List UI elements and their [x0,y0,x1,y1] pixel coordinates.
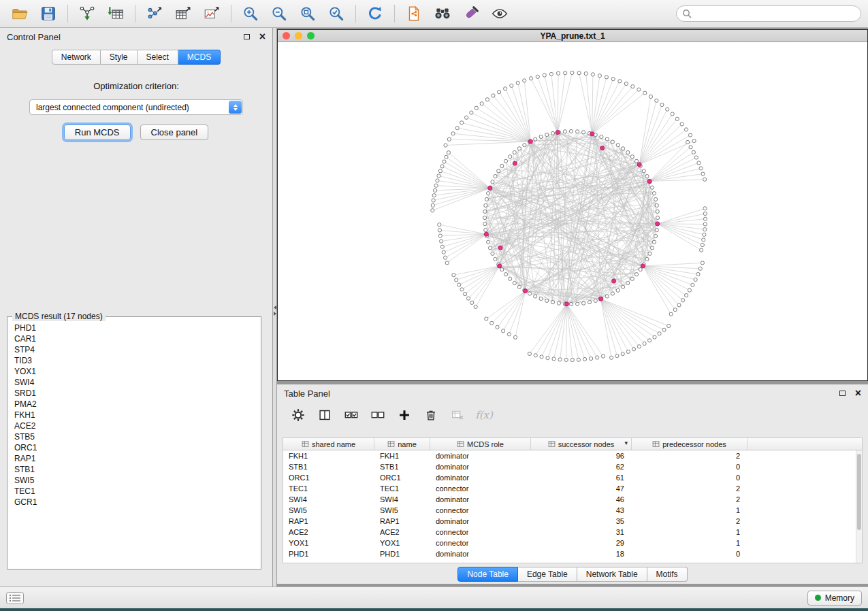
vertical-splitter[interactable] [272,28,277,587]
mcds-result-item[interactable]: ACE2 [9,420,259,431]
import-table-button[interactable] [103,3,129,25]
cell-name: YOX1 [374,538,430,548]
export-table-button[interactable] [170,3,196,25]
zoom-selected-button[interactable] [323,3,349,25]
table-options-button[interactable] [288,406,308,425]
table-row[interactable]: TEC1TEC1connector472 [283,483,862,494]
mcds-result-item[interactable]: PHD1 [9,323,259,333]
criterion-select[interactable]: largest connected component (undirected) [29,99,243,115]
refresh-button[interactable] [362,3,388,25]
show-hide-button[interactable] [487,3,513,25]
tab-motifs[interactable]: Motifs [647,567,688,582]
import-network-button[interactable] [74,3,100,25]
table-row[interactable]: PHD1PHD1dominator180 [283,548,862,559]
save-session-button[interactable] [35,3,61,25]
cell-predecessor-nodes: 0 [632,472,748,483]
mcds-result-item[interactable]: STB5 [9,431,259,442]
cell-name: SWI4 [374,494,430,505]
zoom-out-button[interactable] [266,3,292,25]
toolbar-separator [394,5,395,22]
show-columns-button[interactable] [315,406,335,425]
mcds-result-item[interactable]: PMA2 [9,399,259,410]
float-panel-icon[interactable] [244,34,250,39]
column-header-mcds-role[interactable]: MCDS role [430,438,531,450]
table-row[interactable]: STB1STB1dominator620 [283,461,862,472]
status-menu-button[interactable] [6,592,24,604]
memory-button[interactable]: Memory [807,591,862,606]
select-all-rows-button[interactable] [341,406,361,425]
close-panel-button[interactable]: Close panel [140,125,209,140]
export-document-button[interactable] [401,3,427,25]
column-header-predecessor-nodes[interactable]: predecessor nodes [632,438,748,450]
tab-network[interactable]: Network [52,50,101,65]
mcds-result-item[interactable]: STP4 [9,344,259,355]
mcds-result-item[interactable]: SWI5 [9,475,259,486]
column-header-name[interactable]: name [374,438,430,450]
cell-predecessor-nodes: 0 [632,461,748,472]
cell-shared-name: ACE2 [283,527,374,538]
new-column-button[interactable] [394,406,415,425]
mcds-result-item[interactable]: SRD1 [9,388,259,399]
open-session-button[interactable] [7,3,33,25]
run-mcds-button[interactable]: Run MCDS [64,125,131,140]
mcds-result-list: PHD1CAR1STP4TID3YOX1SWI4SRD1PMA2FKH1ACE2… [9,323,259,567]
zoom-in-button[interactable] [238,3,263,25]
mcds-result-item[interactable]: FKH1 [9,410,259,420]
cell-mcds-role: dominator [430,516,531,527]
table-scrollbar-thumb[interactable] [857,454,861,530]
tab-select[interactable]: Select [138,50,178,65]
export-image-button[interactable] [199,3,225,25]
tab-node-table[interactable]: Node Table [457,567,518,582]
search-input[interactable] [676,5,861,22]
toolbar-group [238,3,349,25]
mcds-result-item[interactable]: CAR1 [9,333,259,344]
tab-mcds[interactable]: MCDS [178,50,221,65]
zoom-fit-button[interactable] [295,3,321,25]
table-row[interactable]: SWI4SWI4dominator462 [283,494,862,505]
table-row[interactable]: ACE2ACE2connector311 [283,527,862,538]
table-row[interactable]: RAP1RAP1dominator352 [283,516,862,527]
export-network-button[interactable] [142,3,167,25]
function-builder-button[interactable]: f(x) [474,406,494,425]
cell-mcds-role: connector [430,538,531,548]
float-table-panel-icon[interactable] [839,391,846,396]
table-panel-title: Table Panel [284,389,330,399]
zoom-selected-icon [327,5,345,22]
table-row[interactable]: YOX1YOX1connector291 [283,538,862,548]
tab-edge-table[interactable]: Edge Table [518,567,577,582]
cell-mcds-role: dominator [430,450,531,461]
mcds-result-item[interactable]: TID3 [9,355,259,366]
tab-style[interactable]: Style [101,50,138,65]
mcds-result-item[interactable]: SWI4 [9,377,259,388]
deselect-all-rows-button[interactable] [368,406,388,425]
main-toolbar [0,0,868,28]
cell-successor-nodes: 43 [531,505,632,516]
first-neighbors-button[interactable] [430,3,455,25]
tab-network-table[interactable]: Network Table [577,567,647,582]
cell-mcds-role: dominator [430,472,531,483]
apply-style-button[interactable] [458,3,484,25]
table-row[interactable]: ORC1ORC1dominator610 [283,472,862,483]
mcds-result-item[interactable]: YOX1 [9,366,259,377]
column-header-successor-nodes[interactable]: successor nodes▾ [531,438,632,450]
column-type-icon [548,440,556,448]
delete-table-button[interactable] [447,406,468,425]
mcds-result-item[interactable]: GCR1 [9,497,259,508]
column-header-shared-name[interactable]: shared name [283,438,374,450]
network-graph[interactable] [278,43,867,380]
network-nodes[interactable] [431,71,707,361]
splitter-collapse-icons[interactable] [273,306,276,316]
close-table-panel-icon[interactable]: × [855,389,861,397]
mcds-result-item[interactable]: STB1 [9,464,259,475]
mcds-result-item[interactable]: ORC1 [9,442,259,453]
mcds-result-item[interactable]: TEC1 [9,486,259,497]
table-scrollbar[interactable] [856,450,862,563]
close-panel-icon[interactable]: × [259,33,266,41]
workspace: YPA_prune.txt_1 Table Panel × f(x) share… [277,28,868,587]
network-canvas[interactable] [278,43,867,380]
delete-column-button[interactable] [421,406,441,425]
mcds-result-item[interactable]: RAP1 [9,453,259,464]
control-panel: Control Panel × NetworkStyleSelectMCDS O… [0,28,272,587]
table-row[interactable]: SWI5SWI5connector431 [283,505,862,516]
table-row[interactable]: FKH1FKH1dominator962 [283,450,862,461]
